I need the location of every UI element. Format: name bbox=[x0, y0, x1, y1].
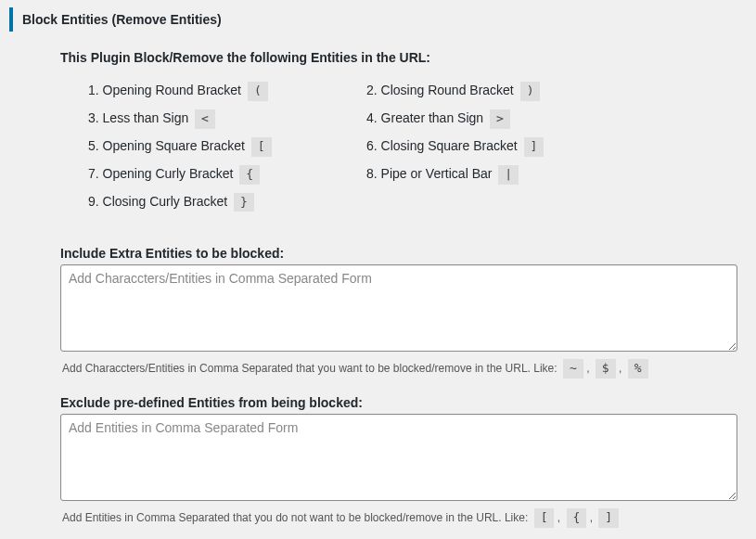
entity-chip: [ bbox=[251, 137, 272, 157]
entity-item: 6. Closing Square Bracket ] bbox=[366, 137, 645, 157]
chip: ] bbox=[598, 508, 619, 528]
chip: { bbox=[567, 508, 587, 528]
entity-chip: ) bbox=[520, 82, 541, 101]
include-textarea[interactable] bbox=[60, 264, 737, 352]
entity-chip: | bbox=[498, 165, 519, 185]
entity-item: 8. Pipe or Vertical Bar | bbox=[366, 165, 645, 185]
include-help: Add Characcters/Entities in Comma Separa… bbox=[60, 354, 737, 390]
entity-item: 7. Opening Curly Bracket { bbox=[88, 165, 366, 185]
include-label: Include Extra Entities to be blocked: bbox=[60, 246, 737, 261]
exclude-label: Exclude pre-defined Entities from being … bbox=[60, 395, 737, 410]
intro-text: This Plugin Block/Remove the following E… bbox=[60, 50, 737, 65]
chip: [ bbox=[534, 508, 555, 528]
entity-chip: } bbox=[234, 193, 254, 212]
entity-item: 1. Opening Round Bracket ( bbox=[88, 82, 366, 101]
exclude-textarea[interactable] bbox=[60, 414, 737, 501]
entity-item: 2. Closing Round Bracket ) bbox=[366, 82, 645, 101]
entity-item: 4. Greater than Sign > bbox=[366, 109, 645, 129]
panel-body: This Plugin Block/Remove the following E… bbox=[9, 50, 747, 539]
entity-item: 5. Opening Square Bracket [ bbox=[88, 137, 366, 157]
entity-chip: > bbox=[490, 109, 510, 129]
entity-chip: { bbox=[239, 165, 260, 185]
chip: % bbox=[628, 359, 648, 379]
chip: $ bbox=[596, 359, 616, 379]
entity-chip: ] bbox=[524, 137, 545, 157]
include-group: Include Extra Entities to be blocked: Ad… bbox=[60, 246, 737, 390]
panel-heading: Block Entities (Remove Entities) bbox=[9, 7, 747, 32]
exclude-group: Exclude pre-defined Entities from being … bbox=[60, 395, 737, 539]
entity-item: 3. Less than Sign < bbox=[88, 109, 366, 129]
block-entities-panel: Block Entities (Remove Entities) This Pl… bbox=[9, 7, 747, 539]
entity-item: 9. Closing Curly Bracket } bbox=[88, 193, 366, 212]
exclude-help: Add Entities in Comma Separated that you… bbox=[60, 504, 737, 539]
entity-chip: < bbox=[195, 109, 215, 129]
entity-list: 1. Opening Round Bracket (2. Closing Rou… bbox=[60, 82, 737, 220]
chip: ~ bbox=[563, 359, 583, 379]
entity-chip: ( bbox=[248, 82, 268, 101]
